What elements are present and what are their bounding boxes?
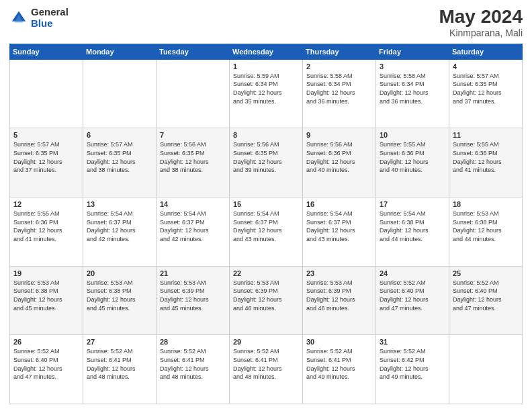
day-info: Sunrise: 5:57 AM Sunset: 6:35 PM Dayligh…: [453, 72, 519, 105]
day-info: Sunrise: 5:55 AM Sunset: 6:36 PM Dayligh…: [380, 140, 445, 174]
logo-general-text: General: [31, 7, 69, 18]
col-sunday: Sunday: [10, 44, 83, 59]
week-row-2: 5Sunrise: 5:57 AM Sunset: 6:35 PM Daylig…: [10, 128, 523, 197]
day-info: Sunrise: 5:52 AM Sunset: 6:40 PM Dayligh…: [380, 279, 445, 312]
day-number: 17: [380, 200, 445, 208]
main-title: May 2024: [439, 7, 523, 28]
day-info: Sunrise: 5:53 AM Sunset: 6:38 PM Dayligh…: [453, 210, 519, 243]
day-number: 21: [160, 269, 226, 277]
calendar-cell-w5-d3: 29Sunrise: 5:52 AM Sunset: 6:41 PM Dayli…: [230, 335, 303, 404]
calendar-cell-w4-d2: 21Sunrise: 5:53 AM Sunset: 6:39 PM Dayli…: [157, 266, 230, 335]
week-row-1: 1Sunrise: 5:59 AM Sunset: 6:34 PM Daylig…: [10, 59, 523, 128]
day-number: 1: [233, 62, 299, 71]
day-info: Sunrise: 5:52 AM Sunset: 6:41 PM Dayligh…: [233, 347, 299, 381]
calendar-cell-w1-d3: 1Sunrise: 5:59 AM Sunset: 6:34 PM Daylig…: [230, 59, 303, 128]
calendar-cell-w5-d1: 27Sunrise: 5:52 AM Sunset: 6:41 PM Dayli…: [83, 335, 157, 404]
day-number: 28: [160, 338, 226, 346]
calendar-cell-w3-d6: 18Sunrise: 5:53 AM Sunset: 6:38 PM Dayli…: [449, 197, 523, 267]
day-number: 8: [233, 131, 299, 139]
calendar-cell-w4-d3: 22Sunrise: 5:53 AM Sunset: 6:39 PM Dayli…: [230, 266, 303, 335]
col-tuesday: Tuesday: [157, 44, 230, 59]
calendar-cell-w3-d2: 14Sunrise: 5:54 AM Sunset: 6:37 PM Dayli…: [157, 197, 230, 267]
calendar-cell-w1-d6: 4Sunrise: 5:57 AM Sunset: 6:35 PM Daylig…: [449, 59, 523, 128]
day-info: Sunrise: 5:58 AM Sunset: 6:34 PM Dayligh…: [380, 72, 445, 105]
calendar-cell-w4-d5: 24Sunrise: 5:52 AM Sunset: 6:40 PM Dayli…: [376, 266, 449, 335]
logo-blue-text: Blue: [31, 18, 69, 30]
calendar-cell-w5-d2: 28Sunrise: 5:52 AM Sunset: 6:41 PM Dayli…: [157, 335, 230, 404]
day-info: Sunrise: 5:53 AM Sunset: 6:39 PM Dayligh…: [160, 279, 226, 312]
calendar-cell-w1-d4: 2Sunrise: 5:58 AM Sunset: 6:34 PM Daylig…: [303, 59, 376, 128]
calendar-cell-w4-d1: 20Sunrise: 5:53 AM Sunset: 6:38 PM Dayli…: [83, 266, 157, 335]
day-info: Sunrise: 5:54 AM Sunset: 6:37 PM Dayligh…: [87, 210, 152, 243]
col-friday: Friday: [376, 44, 449, 59]
day-number: 9: [306, 131, 372, 139]
calendar-cell-w3-d1: 13Sunrise: 5:54 AM Sunset: 6:37 PM Dayli…: [83, 197, 157, 267]
week-row-3: 12Sunrise: 5:55 AM Sunset: 6:36 PM Dayli…: [10, 197, 523, 267]
calendar-cell-w1-d5: 3Sunrise: 5:58 AM Sunset: 6:34 PM Daylig…: [376, 59, 449, 128]
day-info: Sunrise: 5:58 AM Sunset: 6:34 PM Dayligh…: [306, 72, 372, 105]
day-number: 18: [453, 200, 519, 208]
week-row-4: 19Sunrise: 5:53 AM Sunset: 6:38 PM Dayli…: [10, 266, 523, 335]
day-number: 25: [453, 269, 519, 277]
day-number: 31: [380, 338, 445, 346]
day-number: 12: [13, 200, 79, 208]
day-number: 26: [13, 338, 79, 346]
day-info: Sunrise: 5:52 AM Sunset: 6:41 PM Dayligh…: [87, 347, 152, 381]
day-info: Sunrise: 5:52 AM Sunset: 6:42 PM Dayligh…: [380, 347, 445, 381]
calendar-cell-w3-d0: 12Sunrise: 5:55 AM Sunset: 6:36 PM Dayli…: [10, 197, 83, 267]
calendar-cell-w4-d0: 19Sunrise: 5:53 AM Sunset: 6:38 PM Dayli…: [10, 266, 83, 335]
day-number: 10: [380, 131, 445, 139]
calendar-cell-w3-d5: 17Sunrise: 5:54 AM Sunset: 6:38 PM Dayli…: [376, 197, 449, 267]
calendar-header-row: Sunday Monday Tuesday Wednesday Thursday…: [10, 44, 523, 59]
day-info: Sunrise: 5:55 AM Sunset: 6:36 PM Dayligh…: [13, 210, 79, 243]
calendar-cell-w1-d2: [157, 59, 230, 128]
calendar-cell-w5-d6: [449, 335, 523, 404]
day-info: Sunrise: 5:56 AM Sunset: 6:35 PM Dayligh…: [160, 140, 226, 174]
calendar-cell-w5-d0: 26Sunrise: 5:52 AM Sunset: 6:40 PM Dayli…: [10, 335, 83, 404]
title-block: May 2024 Kinmparana, Mali: [439, 7, 523, 38]
day-number: 30: [306, 338, 372, 346]
calendar-cell-w1-d1: [83, 59, 157, 128]
calendar-cell-w2-d2: 7Sunrise: 5:56 AM Sunset: 6:35 PM Daylig…: [157, 128, 230, 197]
calendar-cell-w3-d4: 16Sunrise: 5:54 AM Sunset: 6:37 PM Dayli…: [303, 197, 376, 267]
calendar-cell-w4-d4: 23Sunrise: 5:53 AM Sunset: 6:39 PM Dayli…: [303, 266, 376, 335]
day-info: Sunrise: 5:57 AM Sunset: 6:35 PM Dayligh…: [87, 140, 152, 174]
col-monday: Monday: [83, 44, 157, 59]
day-number: 14: [160, 200, 226, 208]
day-info: Sunrise: 5:54 AM Sunset: 6:37 PM Dayligh…: [233, 210, 299, 243]
calendar-table: Sunday Monday Tuesday Wednesday Thursday…: [9, 44, 523, 404]
calendar-cell-w4-d6: 25Sunrise: 5:52 AM Sunset: 6:40 PM Dayli…: [449, 266, 523, 335]
page: General Blue May 2024 Kinmparana, Mali S…: [0, 0, 532, 411]
day-info: Sunrise: 5:52 AM Sunset: 6:40 PM Dayligh…: [13, 347, 79, 381]
day-info: Sunrise: 5:57 AM Sunset: 6:35 PM Dayligh…: [13, 140, 79, 174]
calendar-cell-w2-d6: 11Sunrise: 5:55 AM Sunset: 6:36 PM Dayli…: [449, 128, 523, 197]
calendar-cell-w2-d1: 6Sunrise: 5:57 AM Sunset: 6:35 PM Daylig…: [83, 128, 157, 197]
day-info: Sunrise: 5:52 AM Sunset: 6:40 PM Dayligh…: [453, 279, 519, 312]
calendar-cell-w1-d0: [10, 59, 83, 128]
header: General Blue May 2024 Kinmparana, Mali: [9, 7, 523, 38]
col-saturday: Saturday: [449, 44, 523, 59]
day-number: 11: [453, 131, 519, 139]
day-number: 24: [380, 269, 445, 277]
day-number: 6: [87, 131, 152, 139]
calendar-cell-w5-d5: 31Sunrise: 5:52 AM Sunset: 6:42 PM Dayli…: [376, 335, 449, 404]
day-info: Sunrise: 5:55 AM Sunset: 6:36 PM Dayligh…: [453, 140, 519, 174]
day-info: Sunrise: 5:56 AM Sunset: 6:36 PM Dayligh…: [306, 140, 372, 174]
col-wednesday: Wednesday: [230, 44, 303, 59]
day-number: 22: [233, 269, 299, 277]
day-number: 5: [13, 131, 79, 139]
day-info: Sunrise: 5:54 AM Sunset: 6:37 PM Dayligh…: [160, 210, 226, 243]
day-info: Sunrise: 5:52 AM Sunset: 6:41 PM Dayligh…: [160, 347, 226, 381]
calendar-cell-w2-d5: 10Sunrise: 5:55 AM Sunset: 6:36 PM Dayli…: [376, 128, 449, 197]
day-number: 27: [87, 338, 152, 346]
logo-icon: [9, 9, 28, 28]
col-thursday: Thursday: [303, 44, 376, 59]
day-number: 4: [453, 62, 519, 71]
day-info: Sunrise: 5:53 AM Sunset: 6:38 PM Dayligh…: [13, 279, 79, 312]
day-number: 20: [87, 269, 152, 277]
day-number: 2: [306, 62, 372, 71]
day-info: Sunrise: 5:53 AM Sunset: 6:38 PM Dayligh…: [87, 279, 152, 312]
day-info: Sunrise: 5:54 AM Sunset: 6:37 PM Dayligh…: [306, 210, 372, 243]
day-info: Sunrise: 5:53 AM Sunset: 6:39 PM Dayligh…: [233, 279, 299, 312]
day-info: Sunrise: 5:54 AM Sunset: 6:38 PM Dayligh…: [380, 210, 445, 243]
